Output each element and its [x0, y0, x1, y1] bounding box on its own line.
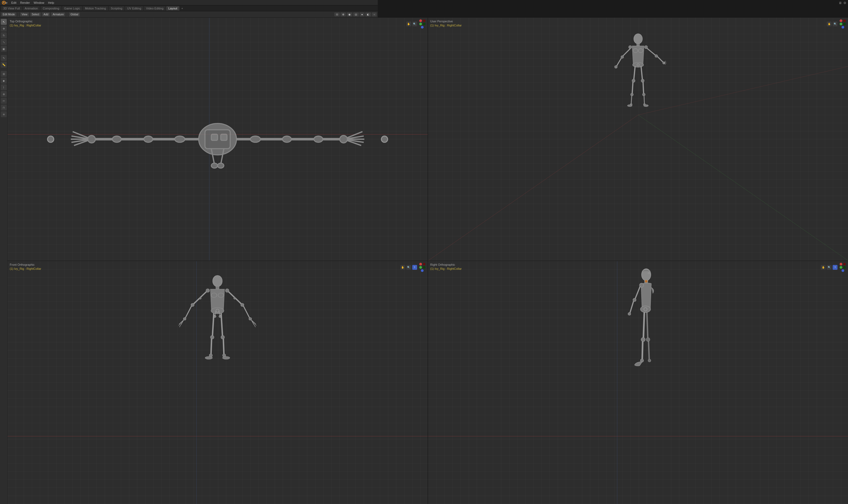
tab-uv-editing[interactable]: UV Editing: [125, 6, 143, 11]
add-workspace-tab[interactable]: +: [180, 6, 184, 11]
svg-point-26: [48, 136, 54, 142]
mode-selector[interactable]: Edit Mode: [1, 13, 16, 16]
snap-btn[interactable]: ⊕: [341, 13, 346, 16]
menu-render[interactable]: Render: [19, 1, 32, 4]
tab-motion-tracking[interactable]: Motion Tracking: [83, 6, 108, 11]
header-toolbar: Edit Mode View Select Add Armature Globa…: [0, 11, 378, 18]
menu-window[interactable]: Window: [32, 1, 46, 4]
svg-point-1: [3, 2, 4, 3]
shear-btn[interactable]: ⊓: [1, 105, 7, 110]
knife-btn[interactable]: ✂: [1, 98, 7, 104]
svg-point-17: [250, 136, 260, 142]
svg-point-9: [112, 136, 121, 142]
global-selector[interactable]: Global: [69, 13, 80, 16]
loop-cut-btn[interactable]: ⊕: [1, 91, 7, 97]
blender-logo[interactable]: [1, 1, 7, 4]
rig-name-tl: (1) Ivy_Rig : RightCollar: [10, 23, 41, 28]
svg-rect-4: [211, 134, 218, 140]
svg-rect-5: [221, 134, 227, 140]
toolbar-separator-2: [67, 13, 67, 17]
scale-tool-btn[interactable]: ⤡: [1, 39, 7, 45]
smooth-btn[interactable]: ≋: [1, 111, 7, 117]
extrude-tool-btn[interactable]: ⊞: [1, 71, 7, 77]
xray-btn[interactable]: ◎: [353, 13, 359, 16]
menu-help[interactable]: Help: [47, 1, 56, 4]
tab-3d-view-full[interactable]: 3D View Full: [1, 6, 22, 11]
rotate-tool-btn[interactable]: ↻: [1, 32, 7, 38]
tab-layout[interactable]: Layout: [166, 6, 179, 11]
bevel-tool-btn[interactable]: ⌇: [1, 84, 7, 90]
shading-solid-btn[interactable]: ●: [360, 13, 364, 16]
svg-point-25: [340, 135, 347, 143]
tab-animation[interactable]: Animation: [23, 6, 40, 11]
tab-compositing[interactable]: Compositing: [40, 6, 61, 11]
toolbar-separator-1: [18, 13, 18, 17]
model-area-tl: [7, 18, 378, 234]
svg-point-19: [314, 136, 323, 142]
svg-point-18: [282, 136, 291, 142]
add-menu[interactable]: Add: [42, 13, 50, 16]
svg-point-15: [88, 135, 95, 143]
viewport-label-tl: Top Orthographic (1) Ivy_Rig : RightColl…: [10, 19, 41, 28]
transform-tool-btn[interactable]: ▣: [1, 46, 7, 52]
left-sidebar: ↖ ✥ ↻ ⤡ ▣ ✎ 📏 ⊞ ◆ ⌇ ⊕ ✂ ⊓ ≋: [0, 18, 7, 234]
select-menu[interactable]: Select: [30, 13, 41, 16]
viewport-area: Top Orthographic (1) Ivy_Rig : RightColl…: [7, 18, 378, 234]
move-tool-btn[interactable]: ✥: [1, 25, 7, 32]
overlay-btn[interactable]: ◉: [347, 13, 352, 16]
measure-tool-btn[interactable]: 📏: [1, 62, 7, 68]
cursor-tool-btn[interactable]: ↖: [1, 19, 7, 25]
viewport-top-left[interactable]: Top Orthographic (1) Ivy_Rig : RightColl…: [7, 18, 378, 234]
armature-menu[interactable]: Armature: [51, 13, 65, 16]
svg-point-8: [144, 136, 153, 142]
inset-tool-btn[interactable]: ◆: [1, 78, 7, 84]
proportional-edit-btn[interactable]: ⊙: [334, 13, 340, 16]
top-menu-bar: File Edit Render Window Help 🖥 ⚙: [0, 0, 378, 5]
menu-edit[interactable]: Edit: [10, 1, 18, 4]
tab-video-editing[interactable]: Video Editing: [144, 6, 166, 11]
workspace-tabs: 3D View Full Animation Compositing Game …: [0, 5, 378, 11]
annotate-tool-btn[interactable]: ✎: [1, 55, 7, 61]
tab-scripting[interactable]: Scripting: [109, 6, 125, 11]
shading-mat-btn[interactable]: ◐: [365, 13, 371, 16]
model-svg-top: [29, 30, 378, 234]
view-menu[interactable]: View: [20, 13, 29, 16]
view-name-tl: Top Orthographic: [10, 19, 41, 23]
tab-game-logic[interactable]: Game Logic: [62, 6, 82, 11]
svg-point-31: [218, 163, 224, 168]
svg-point-30: [211, 163, 218, 168]
svg-point-7: [175, 136, 185, 142]
shading-render-btn[interactable]: ○: [372, 13, 377, 16]
